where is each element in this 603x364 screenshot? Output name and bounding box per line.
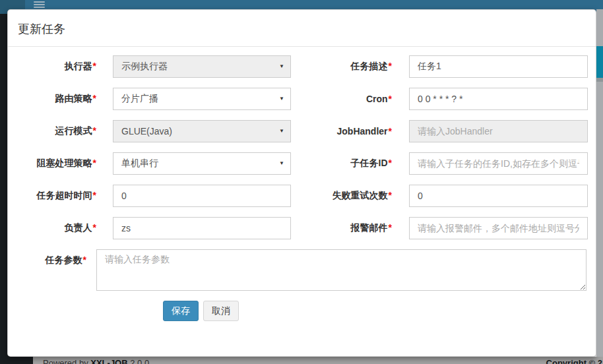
required-marker: * [93, 158, 96, 168]
update-task-form: 执行器* 示例执行器 ▼ 任务描述* 路由策略* 分片广播 ▼ Cron* 运行… [8, 47, 596, 321]
cron-label: Cron* [291, 94, 409, 104]
glue-type-select: GLUE(Java) ▼ [113, 120, 291, 142]
copyright-text: Copyright © 2 [546, 358, 602, 364]
required-marker: * [389, 94, 392, 104]
required-marker: * [389, 61, 392, 71]
job-params-textarea[interactable] [96, 249, 587, 291]
block-strategy-select-value: 单机串行 [121, 158, 273, 169]
update-task-modal: 更新任务 执行器* 示例执行器 ▼ 任务描述* 路由策略* 分片广播 ▼ Cro… [7, 9, 596, 357]
modal-title: 更新任务 [18, 21, 586, 38]
save-button[interactable]: 保存 [163, 301, 199, 321]
scrollbar-thumb-shadow [596, 78, 603, 82]
menu-icon-bar [34, 4, 45, 5]
form-row: 路由策略* 分片广播 ▼ Cron* [8, 88, 596, 110]
child-jobid-input[interactable] [409, 152, 588, 175]
job-handler-label: JobHandler* [291, 126, 409, 136]
form-row: 执行器* 示例执行器 ▼ 任务描述* [8, 55, 596, 78]
form-row: 阻塞处理策略* 单机串行 ▼ 子任务ID* [8, 152, 596, 175]
form-row: 任务参数* [8, 249, 596, 291]
route-strategy-label: 路由策略* [8, 93, 113, 105]
required-marker: * [93, 125, 96, 136]
required-marker: * [93, 222, 96, 233]
chevron-down-icon: ▼ [279, 96, 284, 102]
modal-scrollbar[interactable] [596, 9, 603, 357]
executor-select: 示例执行器 ▼ [113, 55, 291, 78]
glue-type-select-value: GLUE(Java) [121, 126, 273, 136]
owner-label: 负责人* [8, 222, 113, 234]
required-marker: * [93, 190, 96, 200]
powered-by-text: Powered by XXL-JOB 2.0.0 [43, 358, 149, 364]
route-strategy-select[interactable]: 分片广播 ▼ [113, 88, 291, 110]
job-desc-label: 任务描述* [291, 61, 409, 73]
modal-header: 更新任务 [8, 10, 596, 47]
menu-icon-bar [34, 1, 45, 3]
route-strategy-select-value: 分片广播 [121, 93, 273, 105]
required-marker: * [93, 93, 96, 104]
chevron-down-icon: ▼ [279, 64, 284, 69]
chevron-down-icon: ▼ [279, 161, 284, 166]
brand-name: XXL-JOB [90, 358, 127, 364]
owner-input[interactable] [113, 217, 291, 239]
timeout-label: 任务超时时间* [8, 190, 113, 202]
required-marker: * [389, 126, 392, 136]
page-footer: Powered by XXL-JOB 2.0.0 Copyright © 2 [33, 357, 603, 364]
required-marker: * [83, 255, 86, 265]
form-row: 任务超时时间* 失败重试次数* [8, 185, 596, 207]
alarm-email-label: 报警邮件* [291, 222, 409, 234]
job-params-label: 任务参数* [8, 249, 96, 291]
form-row: 运行模式* GLUE(Java) ▼ JobHandler* [8, 120, 596, 142]
menu-icon-bar [34, 7, 45, 8]
executor-label: 执行器* [8, 61, 113, 73]
block-strategy-label: 阻塞处理策略* [8, 158, 113, 169]
alarm-email-input[interactable] [409, 217, 588, 239]
job-desc-input[interactable] [409, 55, 588, 78]
timeout-input[interactable] [113, 185, 291, 207]
required-marker: * [389, 222, 392, 233]
executor-select-value: 示例执行器 [121, 61, 273, 73]
child-jobid-label: 子任务ID* [291, 158, 409, 169]
required-marker: * [389, 190, 392, 200]
scrollbar-thumb[interactable] [596, 46, 603, 78]
modal-footer: 保存 取消 [163, 301, 596, 321]
menu-icon[interactable] [34, 1, 45, 9]
required-marker: * [93, 61, 96, 71]
required-marker: * [389, 158, 392, 168]
fail-retry-input[interactable] [409, 185, 588, 207]
cron-input[interactable] [409, 88, 588, 110]
cancel-button[interactable]: 取消 [203, 301, 239, 321]
chevron-down-icon: ▼ [279, 129, 284, 134]
job-handler-input [409, 120, 588, 142]
block-strategy-select[interactable]: 单机串行 ▼ [113, 152, 291, 175]
fail-retry-label: 失败重试次数* [291, 190, 409, 202]
form-row: 负责人* 报警邮件* [8, 217, 596, 239]
glue-type-label: 运行模式* [8, 125, 113, 137]
